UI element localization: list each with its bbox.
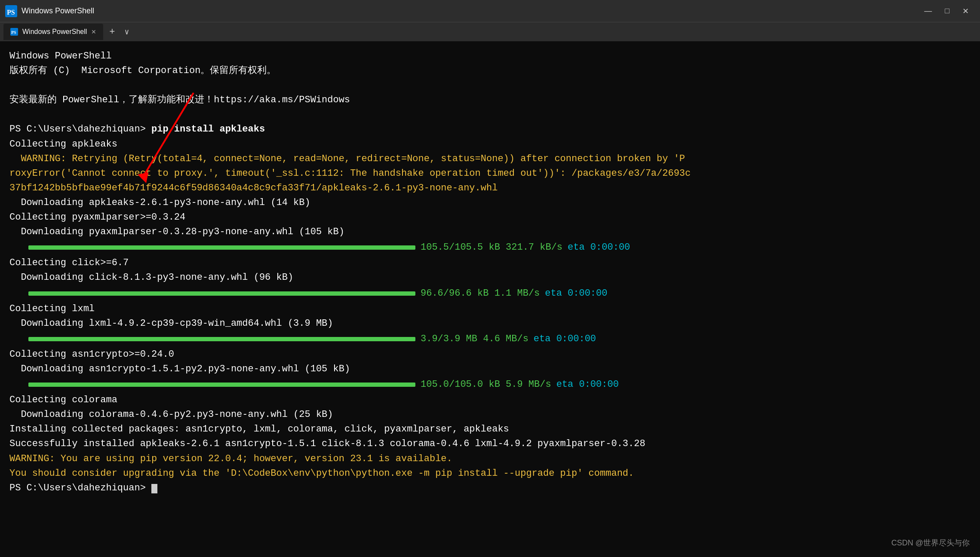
line-downloading-colorama: Downloading colorama-0.4.6-py2.py3-none-… — [9, 407, 971, 422]
line-prompt-pip: PS C:\Users\dahezhiquan> pip install apk… — [9, 122, 971, 137]
progress-text-asn1: 105.0/105.0 kB 5.9 MB/s — [421, 377, 551, 392]
line-pip-warning2: You should consider upgrading via the 'D… — [9, 466, 971, 481]
line-warning3: 37bf1242bb5bfbae99ef4b71f9244c6f59d86340… — [9, 181, 971, 196]
line-downloading-apkleaks: Downloading apkleaks-2.6.1-py3-none-any.… — [9, 196, 971, 210]
progress-fill-pyaxml — [28, 245, 415, 250]
progress-bar-click: 96.6/96.6 kB 1.1 MB/s eta 0:00:00 — [28, 286, 971, 301]
tab-dropdown-button[interactable]: ∨ — [121, 27, 132, 37]
titlebar: PS Windows PowerShell — □ ✕ — [0, 0, 980, 22]
line-ps-header2: 版权所有 (C) Microsoft Corporation。保留所有权利。 — [9, 64, 971, 78]
line-downloading-asn1: Downloading asn1crypto-1.5.1-py2.py3-non… — [9, 362, 971, 376]
close-button[interactable]: ✕ — [956, 5, 975, 18]
progress-bar-asn1: 105.0/105.0 kB 5.9 MB/s eta 0:00:00 — [28, 377, 971, 392]
line-collecting-colorama: Collecting colorama — [9, 393, 971, 407]
line-empty2 — [9, 107, 971, 122]
line-collecting-lxml: Collecting lxml — [9, 302, 971, 316]
svg-text:PS: PS — [7, 9, 15, 16]
eta-text-pyaxml: eta 0:00:00 — [568, 240, 630, 255]
line-pip-warning1: WARNING: You are using pip version 22.0.… — [9, 452, 971, 466]
tab-close-button[interactable]: ✕ — [91, 28, 96, 35]
progress-text-pyaxml: 105.5/105.5 kB 321.7 kB/s — [421, 240, 562, 255]
line-collecting-pyaxml: Collecting pyaxmlparser>=0.3.24 — [9, 210, 971, 225]
eta-text-click: eta 0:00:00 — [545, 286, 607, 301]
line-update-notice: 安装最新的 PowerShell，了解新功能和改进！https://aka.ms… — [9, 93, 971, 107]
progress-text-lxml: 3.9/3.9 MB 4.6 MB/s — [421, 332, 528, 346]
line-ps-header1: Windows PowerShell — [9, 49, 971, 64]
tab-label: Windows PowerShell — [22, 28, 87, 36]
line-final-prompt: PS C:\Users\dahezhiquan> — [9, 481, 971, 496]
maximize-button[interactable]: □ — [939, 5, 955, 18]
line-collecting-click: Collecting click>=6.7 — [9, 256, 971, 270]
terminal-output: Windows PowerShell 版权所有 (C) Microsoft Co… — [0, 41, 980, 557]
window-title: Windows PowerShell — [22, 6, 914, 15]
line-installing: Installing collected packages: asn1crypt… — [9, 422, 971, 437]
line-downloading-lxml: Downloading lxml-4.9.2-cp39-cp39-win_amd… — [9, 316, 971, 331]
new-tab-button[interactable]: + — [106, 27, 118, 37]
tab-bar: PS Windows PowerShell ✕ + ∨ — [0, 22, 980, 41]
line-collecting-apkleaks: Collecting apkleaks — [9, 137, 971, 152]
eta-text-lxml: eta 0:00:00 — [534, 332, 596, 346]
line-warning1: WARNING: Retrying (Retry(total=4, connec… — [9, 152, 971, 166]
line-downloading-pyaxml: Downloading pyaxmlparser-0.3.28-py3-none… — [9, 225, 971, 239]
powershell-tab-icon: PS — [10, 28, 18, 36]
svg-text:PS: PS — [11, 30, 16, 35]
line-downloading-click: Downloading click-8.1.3-py3-none-any.whl… — [9, 270, 971, 285]
tab-powershell[interactable]: PS Windows PowerShell ✕ — [3, 24, 103, 40]
progress-fill-click — [28, 291, 415, 296]
line-empty1 — [9, 78, 971, 93]
progress-fill-lxml — [28, 337, 415, 341]
window-controls: — □ ✕ — [918, 5, 975, 18]
minimize-button[interactable]: — — [918, 5, 938, 18]
line-warning2: roxyError('Cannot connect to proxy.', ti… — [9, 166, 971, 181]
watermark: CSDN @世界尽头与你 — [891, 537, 970, 549]
progress-fill-asn1 — [28, 383, 415, 387]
eta-text-asn1: eta 0:00:00 — [556, 377, 619, 392]
progress-text-click: 96.6/96.6 kB 1.1 MB/s — [421, 286, 540, 301]
powershell-icon: PS — [5, 5, 17, 17]
progress-bar-lxml: 3.9/3.9 MB 4.6 MB/s eta 0:00:00 — [28, 332, 971, 346]
line-collecting-asn1: Collecting asn1crypto>=0.24.0 — [9, 347, 971, 362]
line-success: Successfully installed apkleaks-2.6.1 as… — [9, 437, 971, 451]
progress-bar-pyaxml: 105.5/105.5 kB 321.7 kB/s eta 0:00:00 — [28, 240, 971, 255]
